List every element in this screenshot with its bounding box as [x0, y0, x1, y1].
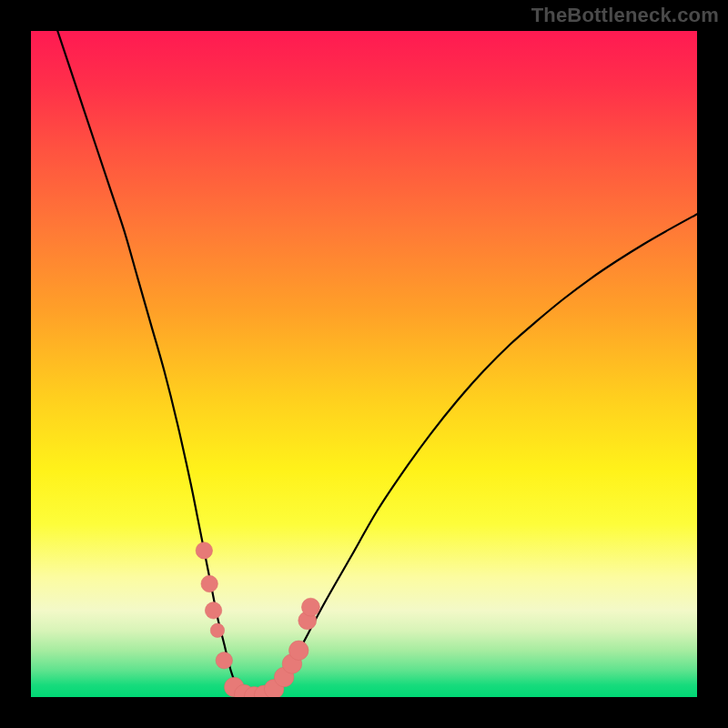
marker-dot	[216, 652, 232, 669]
curve-layer	[31, 31, 697, 697]
chart-frame: TheBottleneck.com	[0, 0, 728, 728]
bottleneck-curve	[57, 31, 697, 697]
watermark-text: TheBottleneck.com	[531, 4, 719, 27]
marker-dot	[196, 542, 212, 559]
marker-dot	[289, 641, 309, 661]
plot-area	[31, 31, 697, 697]
marker-dot	[205, 602, 221, 619]
marker-dot	[210, 623, 224, 637]
marker-dot	[301, 598, 319, 616]
highlight-dots	[196, 542, 319, 697]
marker-dot	[201, 575, 217, 592]
